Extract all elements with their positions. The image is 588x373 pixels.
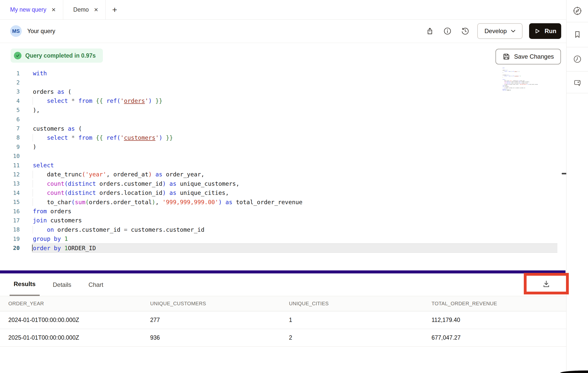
code-line-10[interactable]: 10	[0, 152, 566, 161]
code-text: customers as (	[33, 125, 82, 132]
line-number: 18	[0, 226, 20, 233]
code-minimap[interactable]: with orders as ( select * from {{ ref('o…	[503, 67, 540, 92]
code-line-16[interactable]: 16from orders	[0, 207, 566, 216]
line-number: 3	[0, 88, 20, 95]
divider	[567, 71, 588, 72]
divider	[567, 47, 588, 47]
line-number: 10	[0, 153, 20, 159]
line-number: 11	[0, 162, 20, 169]
results-tab-details[interactable]: Details	[49, 273, 75, 296]
code-line-3[interactable]: 3orders as (	[0, 87, 566, 96]
sql-editor-panel: Query completed in 0.97s Save Changes 1w…	[0, 43, 566, 270]
save-changes-button[interactable]: Save Changes	[495, 49, 561, 64]
run-button[interactable]: Run	[529, 23, 561, 39]
line-number: 15	[0, 199, 20, 205]
column-header: UNIQUE_CITIES	[289, 301, 432, 307]
code-line-14[interactable]: 14 count(distinct orders.location_id) as…	[0, 188, 566, 197]
compass-icon	[572, 6, 582, 16]
annotation-highlight	[524, 273, 569, 294]
code-line-9[interactable]: 9)	[0, 142, 566, 151]
bookmarks-button[interactable]	[567, 26, 588, 43]
code-line-2[interactable]: 2	[0, 78, 566, 87]
code-text	[33, 153, 36, 159]
code-editor[interactable]: 1with2 3orders as (4 select * from {{ re…	[0, 69, 566, 253]
table-cell: 2	[289, 334, 432, 341]
code-text: group by 1	[33, 236, 68, 242]
code-line-11[interactable]: 11select	[0, 161, 566, 170]
line-number: 16	[0, 208, 20, 215]
line-number: 6	[0, 116, 20, 123]
tabs-container: My new query✕Demo✕	[0, 0, 106, 19]
code-text: select * from {{ ref('customers') }}	[33, 134, 173, 141]
history-button[interactable]	[460, 26, 471, 37]
column-header: TOTAL_ORDER_REVENUE	[432, 301, 567, 307]
results-tab-chart[interactable]: Chart	[84, 273, 107, 296]
avatar: MS	[10, 25, 22, 37]
table-row-1: 2025-01-01T00:00:00.000Z9362677,047.27	[0, 329, 567, 347]
code-line-15[interactable]: 15 to_char(sum(orders.order_total), '999…	[0, 197, 566, 206]
code-line-8[interactable]: 8 select * from {{ ref('customers') }}	[0, 133, 566, 142]
tab-bar: My new query✕Demo✕ +	[0, 0, 566, 20]
code-text: count(distinct orders.customer_id) as un…	[33, 180, 239, 187]
share-button[interactable]	[424, 26, 435, 37]
code-text: from orders	[33, 208, 71, 215]
line-number: 9	[0, 144, 20, 150]
query-header: MS Your query Develop	[0, 19, 566, 43]
panel-splitter[interactable]	[0, 270, 566, 273]
line-number: 7	[0, 125, 20, 132]
code-text: to_char(sum(orders.order_total), '999,99…	[33, 199, 302, 205]
code-text: on orders.customer_id = customers.custom…	[33, 226, 205, 233]
code-text	[33, 116, 36, 123]
results-tab-results[interactable]: Results	[10, 273, 40, 296]
explore-button[interactable]	[567, 2, 588, 20]
divider	[567, 93, 588, 93]
save-label: Save Changes	[514, 53, 554, 60]
results-table: ORDER_YEARUNIQUE_CUSTOMERSUNIQUE_CITIEST…	[0, 296, 567, 347]
query-ide-window: My new query✕Demo✕ + MS Your query	[0, 0, 588, 373]
bookmark-icon	[573, 30, 582, 39]
code-line-5[interactable]: 5),	[0, 106, 566, 115]
line-number: 20	[0, 245, 20, 251]
table-cell: 112,179.40	[432, 317, 567, 323]
table-cell: 2025-01-01T00:00:00.000Z	[8, 334, 150, 341]
line-number: 4	[0, 98, 20, 104]
code-line-20[interactable]: 20order by 1ORDER_ID	[0, 243, 566, 252]
tab-label: Demo	[73, 6, 89, 13]
code-text: with	[33, 70, 47, 77]
code-line-13[interactable]: 13 count(distinct orders.customer_id) as…	[0, 179, 566, 188]
code-text: select * from {{ ref('orders') }}	[33, 98, 163, 104]
download-icon	[541, 279, 551, 289]
develop-label: Develop	[484, 28, 507, 35]
code-line-1[interactable]: 1with	[0, 69, 566, 78]
code-line-17[interactable]: 17join customers	[0, 216, 566, 225]
code-line-18[interactable]: 18 on orders.customer_id = customers.cus…	[0, 225, 566, 234]
editor-tab-0[interactable]: My new query✕	[0, 0, 63, 19]
tab-close-icon[interactable]: ✕	[51, 7, 56, 12]
download-results-button[interactable]	[539, 277, 554, 291]
develop-dropdown[interactable]: Develop	[477, 23, 523, 39]
table-cell: 677,047.27	[432, 334, 567, 341]
code-line-6[interactable]: 6	[0, 115, 566, 124]
info-button[interactable]	[442, 26, 453, 37]
info-icon	[442, 26, 453, 36]
code-line-12[interactable]: 12 date_trunc('year', ordered_at) as ord…	[0, 170, 566, 179]
code-line-7[interactable]: 7customers as (	[0, 124, 566, 133]
clock-icon	[572, 54, 582, 64]
new-tab-button[interactable]: +	[106, 0, 124, 19]
right-sidebar	[566, 0, 588, 373]
code-text: select	[33, 162, 54, 169]
line-number: 17	[0, 217, 20, 224]
chat-sparkle-icon	[572, 78, 582, 88]
editor-tab-1[interactable]: Demo✕	[63, 0, 106, 19]
code-text: )	[33, 144, 36, 150]
table-cell: 1	[289, 317, 432, 323]
code-line-4[interactable]: 4 select * from {{ ref('orders') }}	[0, 96, 566, 105]
tab-close-icon[interactable]: ✕	[94, 7, 98, 12]
code-text: orders as (	[33, 88, 71, 95]
table-row-0: 2024-01-01T00:00:00.000Z2771112,179.40	[0, 311, 567, 329]
history-sidebar-button[interactable]	[567, 50, 588, 68]
column-header: ORDER_YEAR	[8, 301, 150, 307]
ai-chat-button[interactable]	[567, 74, 588, 92]
code-line-19[interactable]: 19group by 1	[0, 234, 566, 243]
table-cell: 936	[150, 334, 289, 341]
